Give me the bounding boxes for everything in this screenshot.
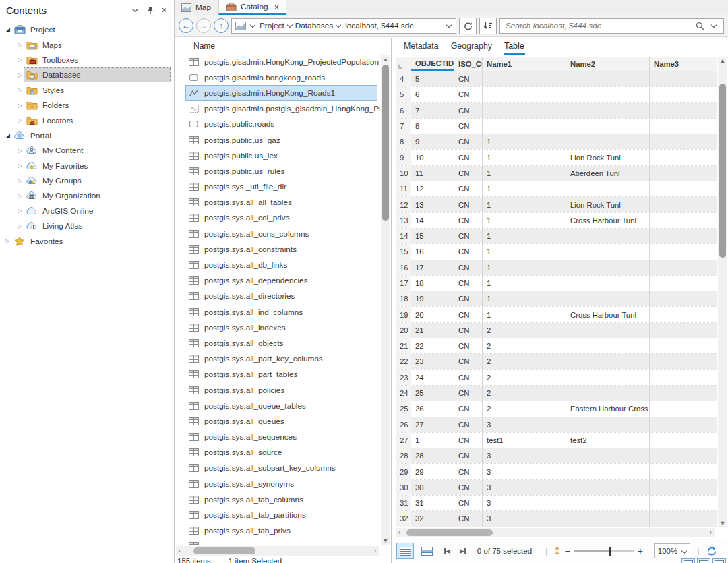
search-box[interactable] bbox=[499, 18, 724, 34]
forward-button[interactable]: → bbox=[196, 18, 211, 33]
list-item-postgis-sys-all-synonyms[interactable]: postgis.sys.all_synonyms bbox=[185, 476, 377, 492]
table-cell[interactable]: 2 bbox=[483, 338, 566, 353]
column-header-name2[interactable]: Name2 bbox=[566, 57, 650, 71]
tab-close-icon[interactable]: × bbox=[274, 3, 280, 11]
table-cell[interactable]: 10 bbox=[411, 150, 454, 165]
table-cell[interactable]: 1 bbox=[483, 229, 566, 243]
table-cell[interactable] bbox=[566, 323, 650, 338]
table-cell[interactable] bbox=[566, 229, 650, 243]
table-cell[interactable] bbox=[650, 464, 717, 479]
expand-arrow-icon[interactable]: ▷ bbox=[16, 148, 24, 154]
table-cell[interactable]: 1 bbox=[483, 260, 566, 275]
list-item-postgis-sys-all-part-key-columns[interactable]: postgis.sys.all_part_key_columns bbox=[185, 351, 377, 367]
list-item[interactable] bbox=[185, 539, 377, 545]
chevron-down-icon[interactable] bbox=[286, 22, 292, 28]
table-cell[interactable] bbox=[650, 150, 717, 165]
search-icon[interactable] bbox=[696, 22, 704, 30]
table-cell[interactable]: 2 bbox=[483, 323, 566, 338]
table-cell[interactable]: 26 bbox=[411, 401, 454, 416]
list-item-postgis-sys-all-source[interactable]: postgis.sys.all_source bbox=[185, 445, 377, 461]
scroll-left-icon[interactable]: ‹ bbox=[179, 546, 181, 556]
sidebar-item-favorites[interactable]: ▷Favorites bbox=[0, 233, 174, 248]
table-cell[interactable]: CN bbox=[454, 511, 483, 526]
list-item-postgis-sys-all-cons-columns[interactable]: postgis.sys.all_cons_columns bbox=[185, 226, 377, 241]
zoom-in-button[interactable]: + bbox=[634, 545, 647, 556]
view-tab-map[interactable]: Map bbox=[175, 0, 218, 15]
list-item-postgis-sys-all-policies[interactable]: postgis.sys.all_policies bbox=[185, 382, 377, 398]
view-tab-catalog[interactable]: Catalog× bbox=[218, 0, 286, 15]
table-cell[interactable]: 8 bbox=[411, 119, 454, 134]
table-cell[interactable]: CN bbox=[454, 370, 483, 385]
table-cell[interactable]: CN bbox=[454, 433, 483, 448]
close-icon[interactable]: × bbox=[162, 5, 167, 15]
pin-icon[interactable] bbox=[147, 6, 154, 15]
row-number-cell[interactable]: 4 bbox=[396, 71, 411, 86]
list-item-postgis-sys-all-tab-columns[interactable]: postgis.sys.all_tab_columns bbox=[185, 492, 377, 507]
row-number-cell[interactable]: 30 bbox=[396, 480, 411, 495]
list-item-postgis-public-us-gaz[interactable]: postgis.public.us_gaz bbox=[185, 132, 377, 148]
sidebar-item-portal[interactable]: ◢Portal bbox=[0, 128, 174, 143]
table-cell[interactable]: CN bbox=[454, 307, 483, 322]
list-item-postgis-sys-all-constraints[interactable]: postgis.sys.all_constraints bbox=[185, 241, 377, 257]
table-cell[interactable] bbox=[650, 417, 717, 432]
sidebar-item-living-atlas[interactable]: ▷Living Atlas bbox=[0, 218, 174, 233]
scrollbar-thumb[interactable] bbox=[406, 529, 493, 536]
expand-arrow-icon[interactable]: ▷ bbox=[16, 87, 24, 93]
table-cell[interactable] bbox=[566, 134, 650, 149]
table-cell[interactable] bbox=[650, 276, 717, 291]
table-cell[interactable] bbox=[650, 496, 717, 510]
table-cell[interactable]: 6 bbox=[411, 87, 454, 102]
table-cell[interactable]: Aberdeen Tunl bbox=[566, 166, 650, 181]
table-cell[interactable] bbox=[483, 103, 566, 118]
sidebar-item-toolboxes[interactable]: ▷Toolboxes bbox=[0, 53, 174, 67]
list-item-postgis-gisadmin-hongkong-roads[interactable]: postgis.gisadmin.hongkong_roads bbox=[185, 69, 377, 85]
table-cell[interactable]: CN bbox=[454, 134, 483, 149]
scroll-up-icon[interactable]: ▲ bbox=[718, 57, 727, 65]
table-cell[interactable]: Lion Rock Tunl bbox=[566, 150, 650, 165]
table-cell[interactable] bbox=[650, 244, 717, 259]
table-cell[interactable]: Cross Harbour Tunl bbox=[566, 307, 650, 322]
list-item-postgis-gisadmin-hongkong-projectedpopulation1[interactable]: postgis.gisadmin.HongKong_ProjectedPopul… bbox=[185, 54, 377, 69]
row-number-cell[interactable]: 10 bbox=[396, 166, 411, 181]
up-button[interactable]: ↑ bbox=[214, 18, 229, 33]
table-cell[interactable]: CN bbox=[454, 464, 483, 479]
table-cell[interactable]: 15 bbox=[411, 229, 454, 243]
expand-arrow-icon[interactable]: ▷ bbox=[16, 162, 24, 169]
row-number-cell[interactable]: 27 bbox=[396, 433, 411, 448]
expand-arrow-icon[interactable]: ▷ bbox=[16, 72, 24, 78]
table-cell[interactable] bbox=[650, 323, 717, 338]
chevron-down-icon[interactable] bbox=[336, 22, 341, 28]
row-number-cell[interactable]: 28 bbox=[396, 448, 411, 463]
table-cell[interactable] bbox=[566, 244, 650, 259]
list-item-postgis-sys-all-tab-partitions[interactable]: postgis.sys.all_tab_partitions bbox=[185, 507, 377, 523]
list-item-postgis-public-us-rules[interactable]: postgis.public.us_rules bbox=[185, 163, 377, 179]
table-cell[interactable] bbox=[650, 134, 717, 149]
table-cell[interactable] bbox=[566, 354, 650, 369]
table-cell[interactable]: 1 bbox=[483, 244, 566, 259]
table-cell[interactable] bbox=[566, 464, 650, 479]
table-cell[interactable]: CN bbox=[454, 87, 483, 102]
search-dropdown-icon[interactable] bbox=[711, 22, 717, 28]
table-cell[interactable]: 19 bbox=[411, 291, 454, 306]
table-cell[interactable] bbox=[650, 401, 717, 416]
table-cell[interactable]: CN bbox=[454, 480, 483, 495]
list-item-postgis-sys-all-queue-tables[interactable]: postgis.sys.all_queue_tables bbox=[185, 398, 377, 413]
list-item-postgis-sys-all-db-links[interactable]: postgis.sys.all_db_links bbox=[185, 257, 377, 272]
row-number-cell[interactable]: 23 bbox=[396, 370, 411, 385]
table-cell[interactable] bbox=[650, 260, 717, 275]
table-cell[interactable]: 20 bbox=[411, 307, 454, 322]
table-cell[interactable] bbox=[650, 307, 717, 322]
row-number-cell[interactable]: 22 bbox=[396, 354, 411, 369]
first-record-button[interactable]: ◀ bbox=[444, 547, 450, 554]
dock-view-button[interactable] bbox=[681, 558, 695, 563]
table-cell[interactable]: 1 bbox=[483, 181, 566, 196]
table-cell[interactable] bbox=[650, 480, 717, 495]
sidebar-item-locators[interactable]: ▷Locators bbox=[0, 113, 174, 127]
table-cell[interactable]: 12 bbox=[411, 181, 454, 196]
sidebar-item-project[interactable]: ◢Project bbox=[0, 22, 174, 37]
table-cell[interactable] bbox=[650, 71, 717, 86]
sidebar-item-my-groups[interactable]: ▷My Groups bbox=[0, 173, 174, 188]
column-header-objectid[interactable]: OBJECTID * bbox=[411, 57, 454, 71]
column-header-name1[interactable]: Name1 bbox=[483, 57, 566, 71]
sidebar-item-folders[interactable]: ▷Folders bbox=[0, 98, 174, 113]
